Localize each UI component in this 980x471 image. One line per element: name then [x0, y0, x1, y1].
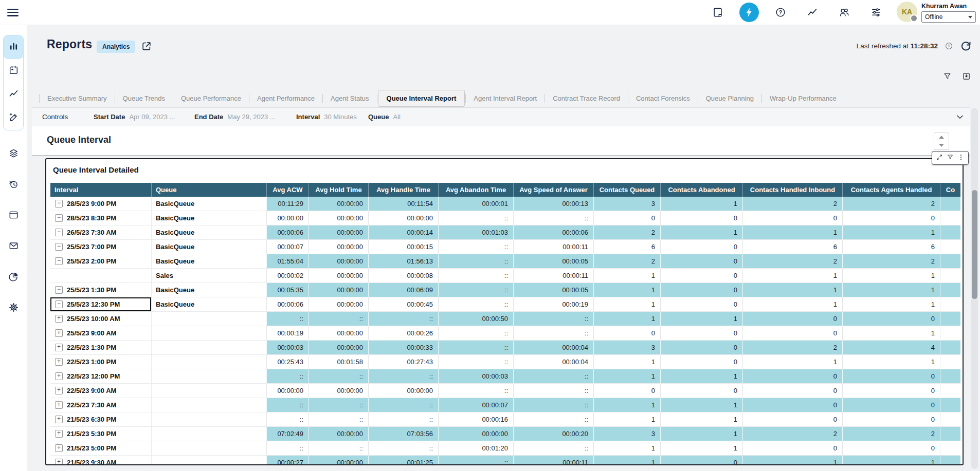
value-cell[interactable]: 2: [593, 225, 660, 240]
value-cell[interactable]: 00:00:00: [308, 269, 368, 283]
interval-cell[interactable]: +25/5/23 10:00 AM: [50, 312, 151, 326]
value-cell[interactable]: 00:06:09: [368, 283, 438, 297]
value-cell[interactable]: 07:02:49: [266, 427, 308, 441]
table-row[interactable]: +22/5/23 1:30 PM00:00:0300:00:0000:00:33…: [50, 341, 960, 355]
table-row[interactable]: +21/5/23 9:30 AM00:00:2700:00:0000:01:25…: [50, 456, 960, 465]
collapse-toggle-icon[interactable]: −: [55, 300, 63, 308]
table-row[interactable]: +22/5/23 12:00 PM::::::00:00:03::1100: [50, 369, 960, 384]
value-cell[interactable]: 1: [593, 312, 660, 326]
value-cell[interactable]: 00:00:03: [266, 341, 308, 355]
expand-toggle-icon[interactable]: +: [55, 459, 63, 465]
value-cell[interactable]: 0: [660, 254, 742, 269]
info-icon[interactable]: i: [945, 42, 953, 50]
value-cell[interactable]: 00:00:00: [308, 384, 368, 398]
collapse-toggle-icon[interactable]: −: [55, 229, 63, 236]
value-cell[interactable]: 1: [660, 312, 742, 326]
collapse-toggle-icon[interactable]: −: [55, 243, 63, 251]
collapse-toggle-icon[interactable]: −: [55, 286, 63, 294]
value-cell[interactable]: ::: [438, 240, 513, 254]
value-cell[interactable]: ::: [266, 441, 308, 456]
value-cell[interactable]: ::: [513, 326, 593, 341]
value-cell[interactable]: 00:01:03: [438, 225, 513, 240]
tab-contract-trace-record[interactable]: Contract Trace Record: [546, 90, 627, 106]
queue-cell[interactable]: BasicQueue: [151, 297, 266, 312]
value-cell[interactable]: 00:00:27: [266, 456, 308, 465]
value-cell[interactable]: ::: [438, 211, 513, 225]
vertical-scrollbar[interactable]: [971, 108, 978, 469]
download-icon[interactable]: [962, 72, 971, 83]
value-cell[interactable]: 00:25:43: [266, 355, 308, 369]
table-row[interactable]: +22/5/23 1:00 PM00:25:4300:01:5800:27:43…: [50, 355, 960, 369]
value-cell[interactable]: 1: [593, 398, 660, 412]
value-cell[interactable]: ::: [308, 398, 368, 412]
expand-toggle-icon[interactable]: +: [55, 358, 63, 366]
value-cell[interactable]: 0: [742, 312, 842, 326]
value-cell[interactable]: 3: [593, 427, 660, 441]
value-cell[interactable]: 1: [593, 456, 660, 465]
sidebar-item-history[interactable]: [4, 173, 23, 197]
value-cell[interactable]: 00:00:01: [438, 197, 513, 211]
topbar-users-icon[interactable]: [834, 2, 855, 23]
value-cell[interactable]: 00:00:00: [368, 211, 438, 225]
queue-cell[interactable]: BasicQueue: [151, 283, 266, 297]
control-end-date[interactable]: End DateMay 29, 2023 ...: [194, 113, 276, 121]
queue-cell[interactable]: [151, 456, 266, 465]
interval-cell[interactable]: +22/5/23 1:00 PM: [50, 355, 151, 369]
value-cell[interactable]: 0: [660, 326, 742, 341]
value-cell[interactable]: ::: [438, 326, 513, 341]
value-cell[interactable]: ::: [513, 369, 593, 384]
value-cell[interactable]: ::: [513, 211, 593, 225]
value-cell[interactable]: ::: [438, 283, 513, 297]
control-interval[interactable]: Interval30 Minutes: [296, 113, 357, 121]
scroll-down-button[interactable]: [934, 141, 949, 149]
value-cell[interactable]: 0: [742, 326, 842, 341]
table-row[interactable]: −28/5/23 8:30 PMBasicQueue00:00:0000:00:…: [50, 211, 960, 225]
value-cell[interactable]: 1: [593, 269, 660, 283]
interval-cell[interactable]: [50, 269, 151, 283]
value-cell[interactable]: 2: [842, 254, 940, 269]
value-cell[interactable]: 1: [660, 398, 742, 412]
sidebar-item-bar-chart[interactable]: [4, 35, 23, 59]
value-cell[interactable]: 2: [742, 254, 842, 269]
value-cell[interactable]: 1: [742, 355, 842, 369]
queue-cell[interactable]: BasicQueue: [151, 211, 266, 225]
value-cell[interactable]: 00:00:19: [266, 326, 308, 341]
value-cell[interactable]: 00:05:35: [266, 283, 308, 297]
value-cell[interactable]: 00:00:00: [308, 225, 368, 240]
value-cell[interactable]: 00:00:00: [266, 211, 308, 225]
table-row[interactable]: −28/5/23 9:00 PMBasicQueue00:11:2900:00:…: [50, 197, 960, 211]
value-cell[interactable]: 00:00:06: [266, 225, 308, 240]
value-cell[interactable]: ::: [368, 312, 438, 326]
value-cell[interactable]: 1: [660, 427, 742, 441]
table-row[interactable]: −25/5/23 12:30 PMBasicQueue00:00:0600:00…: [50, 297, 960, 312]
expand-toggle-icon[interactable]: +: [55, 372, 63, 380]
value-cell[interactable]: 1: [593, 283, 660, 297]
value-cell[interactable]: 0: [660, 269, 742, 283]
expand-toggle-icon[interactable]: +: [55, 329, 63, 337]
value-cell[interactable]: 0: [593, 326, 660, 341]
value-cell[interactable]: ::: [368, 398, 438, 412]
value-cell[interactable]: 00:00:15: [368, 240, 438, 254]
value-cell[interactable]: 00:00:00: [308, 254, 368, 269]
value-cell[interactable]: 1: [842, 326, 940, 341]
refresh-icon[interactable]: [960, 40, 972, 52]
value-cell[interactable]: 1: [593, 369, 660, 384]
interval-cell[interactable]: +21/5/23 9:30 AM: [50, 456, 151, 465]
controls-collapse-chevron-icon[interactable]: [955, 112, 965, 122]
value-cell[interactable]: ::: [308, 312, 368, 326]
sidebar-item-gear[interactable]: [4, 296, 23, 320]
value-cell[interactable]: 0: [842, 398, 940, 412]
value-cell[interactable]: 00:00:45: [368, 297, 438, 312]
value-cell[interactable]: 00:00:50: [438, 312, 513, 326]
value-cell[interactable]: 00:00:11: [513, 269, 593, 283]
value-cell[interactable]: 00:00:06: [266, 297, 308, 312]
kebab-menu-icon[interactable]: [957, 154, 965, 163]
queue-cell[interactable]: [151, 398, 266, 412]
value-cell[interactable]: 1: [660, 441, 742, 456]
interval-cell[interactable]: −28/5/23 8:30 PM: [50, 211, 151, 225]
value-cell[interactable]: ::: [368, 412, 438, 427]
expand-toggle-icon[interactable]: +: [55, 416, 63, 423]
value-cell[interactable]: 1: [742, 297, 842, 312]
value-cell[interactable]: 00:00:05: [513, 254, 593, 269]
value-cell[interactable]: 00:00:00: [308, 456, 368, 465]
